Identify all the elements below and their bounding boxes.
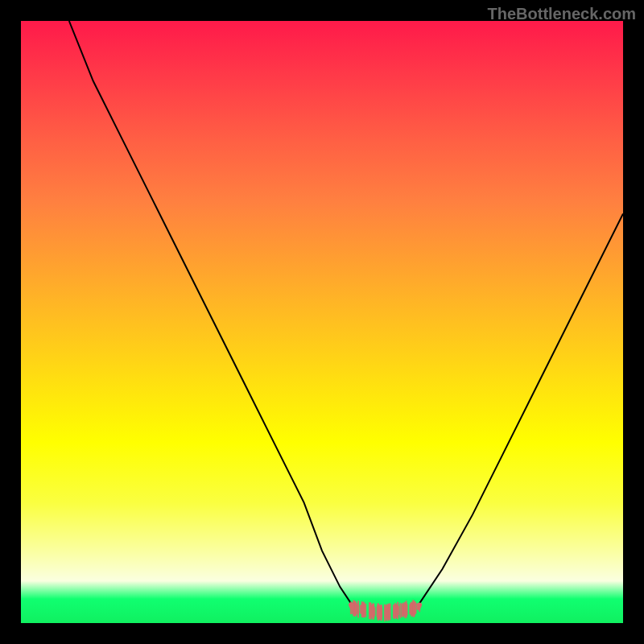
plot-area: [21, 21, 623, 623]
bottleneck-curve: [21, 21, 623, 623]
curve-left-branch: [69, 21, 353, 605]
curve-right-branch: [419, 213, 623, 605]
curve-bottom-fuzz: [350, 601, 419, 621]
chart-container: TheBottleneck.com: [0, 0, 644, 644]
watermark-text: TheBottleneck.com: [488, 5, 636, 23]
